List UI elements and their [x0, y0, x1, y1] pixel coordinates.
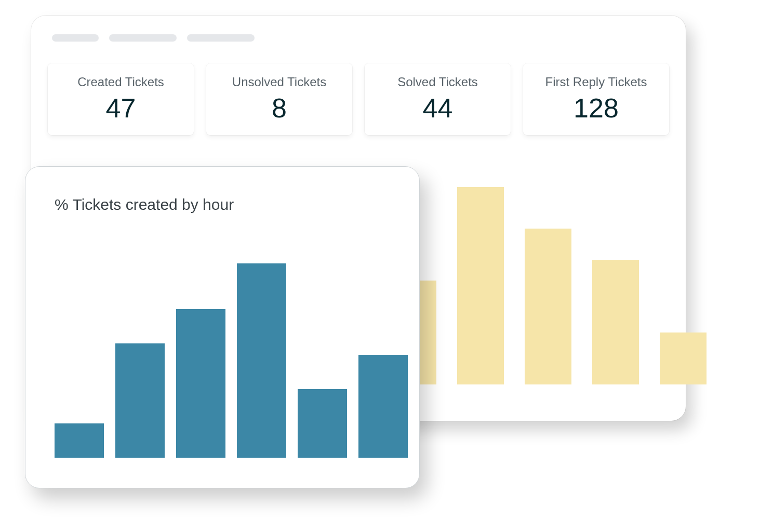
chart-bar [176, 309, 225, 458]
focus-chart-card[interactable]: % Tickets created by hour [25, 166, 420, 488]
metric-value: 47 [53, 95, 189, 122]
metric-card-unsolved-tickets[interactable]: Unsolved Tickets 8 [206, 63, 352, 135]
metric-label: Created Tickets [53, 75, 189, 89]
bg-chart-bar [660, 332, 707, 384]
metric-label: Unsolved Tickets [211, 75, 347, 89]
chart-bar [358, 355, 408, 458]
chart-bar [55, 423, 104, 458]
metric-value: 8 [211, 95, 347, 122]
metric-card-first-reply-tickets[interactable]: First Reply Tickets 128 [523, 63, 669, 135]
metric-label: Solved Tickets [370, 75, 505, 89]
focus-chart-bars [55, 229, 394, 458]
bg-chart-bar [525, 229, 571, 384]
background-chart [390, 177, 660, 384]
bg-chart-bar [457, 187, 504, 384]
metric-value: 44 [370, 95, 505, 122]
chart-bar [237, 263, 286, 458]
metric-cards-row: Created Tickets 47 Unsolved Tickets 8 So… [48, 63, 669, 135]
chart-bar [298, 389, 347, 458]
metric-card-created-tickets[interactable]: Created Tickets 47 [48, 63, 194, 135]
metric-label: First Reply Tickets [528, 75, 664, 89]
header-pill [109, 34, 177, 42]
metric-value: 128 [528, 95, 664, 122]
chart-bar [115, 343, 165, 458]
bg-chart-bar [592, 260, 639, 384]
focus-chart-title: % Tickets created by hour [55, 196, 394, 214]
header-pill [187, 34, 255, 42]
header-pill [52, 34, 99, 42]
dashboard-window: Created Tickets 47 Unsolved Tickets 8 So… [31, 16, 686, 421]
metric-card-solved-tickets[interactable]: Solved Tickets 44 [365, 63, 511, 135]
window-header-placeholder [52, 34, 669, 42]
